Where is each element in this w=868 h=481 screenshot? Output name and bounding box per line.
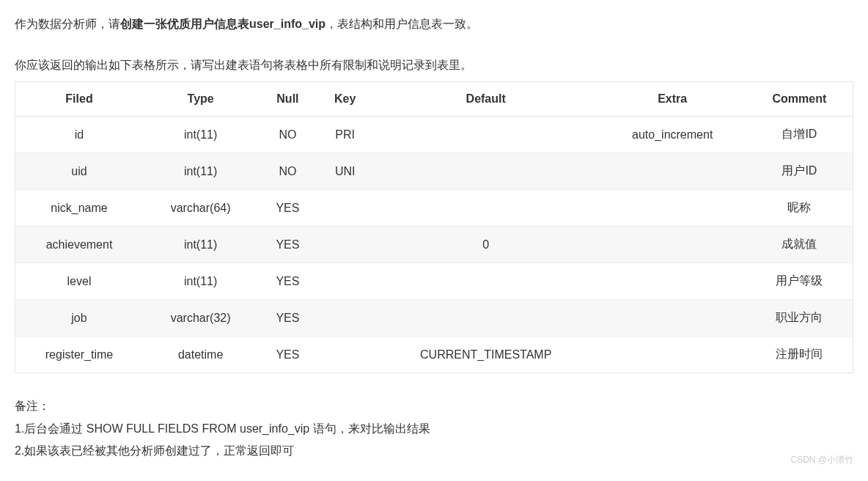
notes-line1: 1.后台会通过 SHOW FULL FIELDS FROM user_info_… <box>15 418 853 440</box>
table-cell <box>317 263 373 300</box>
table-cell <box>373 300 599 337</box>
table-cell: 昵称 <box>746 190 853 227</box>
th-null: Null <box>258 82 317 117</box>
table-cell: NO <box>258 117 317 153</box>
table-cell: int(11) <box>143 227 258 263</box>
subtitle-paragraph: 你应该返回的输出如下表格所示，请写出建表语句将表格中所有限制和说明记录到表里。 <box>15 56 853 75</box>
intro-bold: 创建一张优质用户信息表user_info_vip <box>120 18 326 30</box>
table-cell <box>317 190 373 227</box>
th-default: Default <box>373 82 599 117</box>
table-cell <box>599 263 746 300</box>
th-type: Type <box>143 82 258 117</box>
table-cell: varchar(64) <box>143 190 258 227</box>
intro-prefix: 作为数据分析师，请 <box>15 18 120 30</box>
table-cell: YES <box>258 263 317 300</box>
intro-paragraph: 作为数据分析师，请创建一张优质用户信息表user_info_vip，表结构和用户… <box>15 15 853 34</box>
table-cell: PRI <box>317 117 373 153</box>
th-key: Key <box>317 82 373 117</box>
table-cell: YES <box>258 227 317 263</box>
table-cell <box>373 190 599 227</box>
table-cell <box>599 190 746 227</box>
notes-line2: 2.如果该表已经被其他分析师创建过了，正常返回即可 <box>15 440 853 462</box>
table-cell: register_time <box>15 337 144 373</box>
table-cell <box>373 153 599 190</box>
table-body: idint(11)NOPRIauto_increment自增IDuidint(1… <box>15 117 853 373</box>
table-cell: achievement <box>15 227 144 263</box>
table-cell: 用户等级 <box>746 263 853 300</box>
table-row: nick_namevarchar(64)YES昵称 <box>15 190 853 227</box>
table-cell <box>599 227 746 263</box>
th-extra: Extra <box>599 82 746 117</box>
table-cell <box>317 227 373 263</box>
watermark: CSDN @小漂竹 <box>790 454 853 466</box>
table-cell: CURRENT_TIMESTAMP <box>373 337 599 373</box>
table-row: levelint(11)YES用户等级 <box>15 263 853 300</box>
table-row: achievementint(11)YES0成就值 <box>15 227 853 263</box>
notes-section: 备注： 1.后台会通过 SHOW FULL FIELDS FROM user_i… <box>15 395 853 462</box>
table-cell: 用户ID <box>746 153 853 190</box>
table-cell: int(11) <box>143 153 258 190</box>
table-cell: 自增ID <box>746 117 853 153</box>
table-cell: int(11) <box>143 263 258 300</box>
table-cell <box>317 300 373 337</box>
notes-title: 备注： <box>15 395 853 417</box>
table-cell: auto_increment <box>599 117 746 153</box>
table-cell: nick_name <box>15 190 144 227</box>
table-cell: level <box>15 263 144 300</box>
table-cell: NO <box>258 153 317 190</box>
schema-table: Filed Type Null Key Default Extra Commen… <box>15 81 853 373</box>
table-cell: int(11) <box>143 117 258 153</box>
table-cell: UNI <box>317 153 373 190</box>
table-row: jobvarchar(32)YES职业方向 <box>15 300 853 337</box>
table-cell: 职业方向 <box>746 300 853 337</box>
table-row: register_timedatetimeYESCURRENT_TIMESTAM… <box>15 337 853 373</box>
table-cell <box>599 337 746 373</box>
table-cell: YES <box>258 190 317 227</box>
intro-suffix: ，表结构和用户信息表一致。 <box>326 18 478 30</box>
table-cell <box>599 300 746 337</box>
table-cell: id <box>15 117 144 153</box>
table-row: idint(11)NOPRIauto_increment自增ID <box>15 117 853 153</box>
table-cell <box>599 153 746 190</box>
table-row: uidint(11)NOUNI用户ID <box>15 153 853 190</box>
table-cell: YES <box>258 337 317 373</box>
table-cell: 成就值 <box>746 227 853 263</box>
table-cell: datetime <box>143 337 258 373</box>
table-cell: 0 <box>373 227 599 263</box>
table-cell: 注册时间 <box>746 337 853 373</box>
table-cell: uid <box>15 153 144 190</box>
table-header-row: Filed Type Null Key Default Extra Commen… <box>15 82 853 117</box>
th-field: Filed <box>15 82 144 117</box>
table-cell <box>373 117 599 153</box>
table-cell: job <box>15 300 144 337</box>
th-comment: Comment <box>746 82 853 117</box>
table-cell: varchar(32) <box>143 300 258 337</box>
table-cell: YES <box>258 300 317 337</box>
table-cell <box>317 337 373 373</box>
table-cell <box>373 263 599 300</box>
